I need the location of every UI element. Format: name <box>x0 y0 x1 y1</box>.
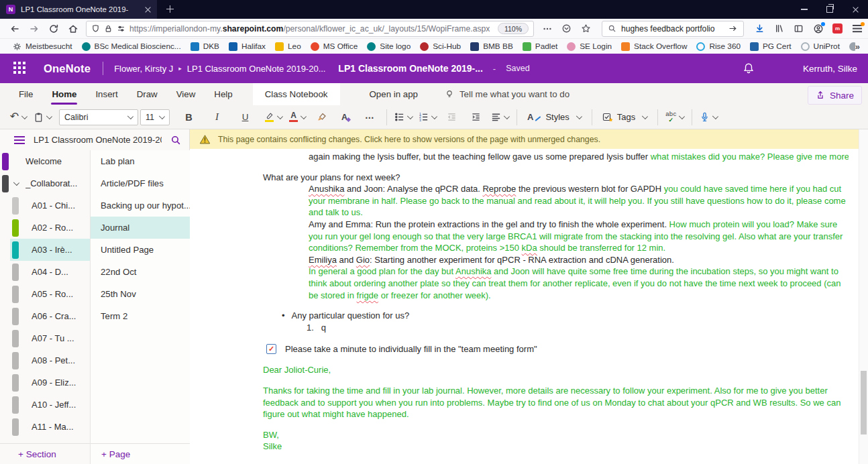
downloads-button[interactable] <box>751 20 769 38</box>
menu-class-notebook[interactable]: Class Notebook <box>253 83 340 105</box>
menu-draw[interactable]: Draw <box>127 83 167 105</box>
section-item-a09-eliz[interactable]: A09 - Eliz... <box>0 371 90 394</box>
page-actions-button[interactable] <box>538 20 556 38</box>
library-button[interactable] <box>770 20 788 38</box>
page-item-25th-nov[interactable]: 25th Nov <box>91 283 191 305</box>
section-item-collaborat[interactable]: _Collaborat... <box>0 172 90 194</box>
undo-button[interactable]: ↶ <box>7 108 30 127</box>
page-item-journal[interactable]: Journal <box>91 217 191 239</box>
menu-home[interactable]: Home <box>42 83 86 105</box>
section-item-a04-d[interactable]: A04 - D... <box>0 261 90 283</box>
new-tab-icon[interactable] <box>166 5 174 13</box>
page-item-lab-plan[interactable]: Lab plan <box>91 150 191 172</box>
breadcrumb-user[interactable]: Flower, Kirsty J <box>114 64 173 74</box>
search-bar[interactable]: hughes feedback portfolio <box>602 21 744 37</box>
format-painter-button[interactable] <box>310 108 333 127</box>
bookmark-sci-hub[interactable]: Sci-Hub <box>415 42 466 51</box>
breadcrumb-notebook[interactable]: LP1 Classroom OneNote 2019-20... <box>187 64 326 74</box>
add-page-button[interactable]: + Page <box>91 443 191 464</box>
lock-icon[interactable] <box>104 24 113 34</box>
decrease-indent-button[interactable] <box>440 108 464 127</box>
tell-me-box[interactable]: Tell me what you want to do <box>445 89 569 99</box>
bookmark-star-button[interactable] <box>577 20 595 38</box>
paste-button[interactable] <box>31 108 54 127</box>
menu-open-in-app[interactable]: Open in app <box>360 83 427 105</box>
text-line[interactable]: Emiliya and Gio: Starting another experi… <box>309 254 849 266</box>
text-line[interactable]: What are your plans for next week? <box>263 172 849 184</box>
numbered-list-button[interactable]: 123 <box>416 108 439 127</box>
scrollbar-thumb[interactable] <box>861 371 867 434</box>
bookmark-pg-cert[interactable]: PG Cert <box>745 42 796 51</box>
app-name[interactable]: OneNote <box>44 62 91 75</box>
conflict-warning-bar[interactable]: This page contains conflicting changes. … <box>190 129 868 149</box>
text-line[interactable]: Silke <box>263 441 849 453</box>
text-line[interactable]: Amy and Emma: Run the protein extraction… <box>309 219 849 254</box>
bookmark-leo[interactable]: Leo <box>270 42 306 51</box>
section-item-a10-jeff[interactable]: A10 - Jeff... <box>0 394 90 416</box>
bullet-list-button[interactable] <box>392 108 415 127</box>
page-item-article-pdf-files[interactable]: Article/PDF files <box>91 172 191 194</box>
pocket-button[interactable] <box>557 20 576 38</box>
menu-button[interactable] <box>848 20 866 38</box>
highlight-button[interactable] <box>262 108 285 127</box>
section-item-a02-ro[interactable]: A02 - Ro... <box>0 217 90 239</box>
section-item-a07-tu[interactable]: A07 - Tu ... <box>0 327 90 349</box>
menu-insert[interactable]: Insert <box>86 83 127 105</box>
add-section-button[interactable]: + Section <box>0 443 90 464</box>
font-family-select[interactable]: Calibri <box>59 109 138 125</box>
text-line[interactable]: BW, <box>263 429 849 441</box>
zoom-level-badge[interactable]: 110% <box>498 23 529 34</box>
notifications-button[interactable] <box>743 62 755 74</box>
dictate-button[interactable] <box>697 108 720 127</box>
reload-button[interactable] <box>44 20 62 38</box>
text-line[interactable]: Dear Joliot-Curie, <box>263 364 849 376</box>
window-close-button[interactable] <box>843 0 868 19</box>
bold-button[interactable]: B <box>177 108 201 127</box>
bookmark-site-logo[interactable]: Site logo <box>362 42 415 51</box>
page-item-backing-up-our-hypot[interactable]: Backing up our hypot... <box>91 194 191 217</box>
bookmark-dkb[interactable]: DKB <box>186 42 224 51</box>
bookmark-stack-overflow[interactable]: Stack Overflow <box>616 42 692 51</box>
bookmark-se-login[interactable]: SE Login <box>562 42 616 51</box>
bookmark-meistbesucht[interactable]: Meistbesucht <box>8 42 77 51</box>
permissions-icon[interactable] <box>117 24 125 34</box>
section-item-a03-ir[interactable]: A03 - Irè... <box>0 239 90 261</box>
user-name[interactable]: Kerruth, Silke <box>803 64 857 74</box>
text-line[interactable]: In general a good plan for the day but A… <box>309 266 849 301</box>
section-item-a01-chi[interactable]: A01 - Chi... <box>0 194 90 217</box>
alignment-button[interactable] <box>488 108 512 127</box>
menu-file[interactable]: File <box>9 83 42 105</box>
home-button[interactable] <box>64 20 82 38</box>
spell-check-button[interactable]: abc✓ <box>663 108 687 127</box>
bookmark-ms-office[interactable]: MS Office <box>306 42 363 51</box>
bookmark-uniprot[interactable]: UniProt <box>796 42 845 51</box>
increase-indent-button[interactable] <box>464 108 488 127</box>
page-item-term-2[interactable]: Term 2 <box>91 305 191 327</box>
todo-item[interactable]: ✓Please take a minute to individually fi… <box>266 342 849 355</box>
page-content-area[interactable]: This page contains conflicting changes. … <box>190 129 868 464</box>
bookmark-bmb-bb[interactable]: BMB BB <box>466 42 518 51</box>
font-size-select[interactable]: 11 <box>140 109 170 125</box>
todo-checkbox[interactable]: ✓ <box>266 344 276 354</box>
bookmark-pubmed[interactable]: PubMed <box>845 42 855 51</box>
account-button[interactable] <box>809 20 827 38</box>
url-bar[interactable]: https://imperiallondon-my.sharepoint.com… <box>86 21 534 37</box>
document-title[interactable]: LP1 Classroom OneNote 2019-... <box>338 63 483 74</box>
section-item-a08-pet[interactable]: A08 - Pet... <box>0 349 90 371</box>
notebook-title[interactable]: LP1 Classroom OneNote 2019-20... <box>34 135 162 145</box>
page-item-22nd-oct[interactable]: 22nd Oct <box>91 261 191 283</box>
section-item-a11-ma[interactable]: A11 - Ma... <box>0 416 90 438</box>
styles-button[interactable]: AStyles <box>522 108 587 127</box>
menu-view[interactable]: View <box>167 83 205 105</box>
breadcrumb[interactable]: Flower, Kirsty J ▸ LP1 Classroom OneNote… <box>114 64 325 74</box>
tags-button[interactable]: Tags <box>597 108 653 127</box>
note-editor[interactable]: again making the lysis buffer, but the t… <box>190 149 868 453</box>
menu-help[interactable]: Help <box>205 83 241 105</box>
chevron-down-icon[interactable] <box>13 180 19 186</box>
window-restore-button[interactable] <box>817 0 843 19</box>
bullet-item[interactable]: •Any particular question for us? <box>282 310 849 322</box>
hamburger-icon[interactable] <box>14 136 25 137</box>
sidebars-button[interactable] <box>790 20 808 38</box>
bookmark-padlet[interactable]: Padlet <box>518 42 562 51</box>
window-minimize-button[interactable] <box>792 0 817 19</box>
